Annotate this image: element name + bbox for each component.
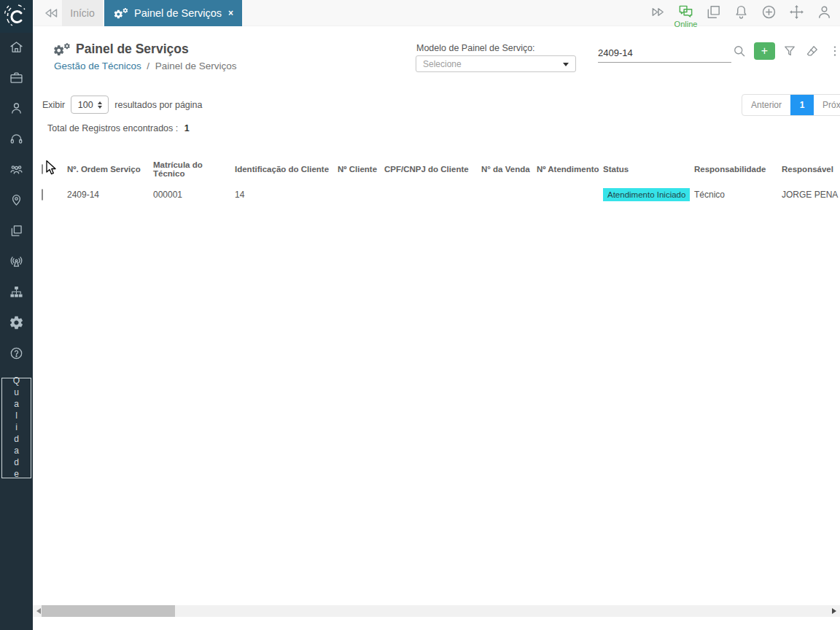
sidebar: Qualidade: [0, 0, 33, 630]
headset-icon[interactable]: [8, 130, 26, 147]
tab-painel-de-servicos[interactable]: Painel de Serviços ×: [104, 0, 242, 26]
col-n-venda[interactable]: N° da Venda: [481, 165, 537, 174]
copy-icon[interactable]: [705, 4, 722, 20]
tab-inicio[interactable]: Início: [62, 0, 103, 26]
col-cpf-cnpj[interactable]: CPF/CNPJ do Cliente: [384, 165, 481, 174]
eraser-icon[interactable]: [804, 43, 820, 59]
search-input[interactable]: [598, 44, 731, 63]
home-icon[interactable]: [8, 38, 26, 55]
briefcase-icon[interactable]: [8, 69, 26, 86]
cell-responsavel: JORGE PENA: [782, 190, 840, 200]
page-header: Painel de Serviços: [52, 42, 189, 57]
app-logo[interactable]: [0, 0, 33, 33]
chat-icon[interactable]: Online: [677, 4, 694, 20]
chevron-down-icon: [563, 63, 569, 66]
user-icon[interactable]: [8, 99, 26, 117]
filter-icon[interactable]: [782, 43, 798, 59]
cell-identificacao-cliente: 14: [235, 190, 338, 200]
user-menu-icon[interactable]: [816, 4, 833, 20]
col-responsabilidade[interactable]: Responsabilidade: [694, 165, 782, 174]
team-icon[interactable]: [8, 160, 26, 178]
col-ordem-servico[interactable]: Nº. Ordem Serviço: [67, 165, 153, 174]
network-icon[interactable]: [8, 283, 26, 300]
pages-icon[interactable]: [8, 222, 26, 239]
col-n-atendimento[interactable]: Nº Atendimento: [537, 165, 603, 174]
breadcrumb-parent-link[interactable]: Gestão de Técnicos: [54, 61, 141, 71]
add-button[interactable]: +: [754, 42, 775, 60]
horizontal-scrollbar[interactable]: [33, 605, 840, 617]
page-size-select[interactable]: 100: [71, 96, 109, 114]
logo-icon: [0, 0, 33, 33]
broadcast-icon[interactable]: [8, 252, 26, 270]
sidebar-tab-qualidade[interactable]: Qualidade: [1, 378, 31, 478]
cell-responsabilidade: Técnico: [694, 190, 782, 200]
scrollbar-thumb[interactable]: [42, 605, 175, 617]
select-all-checkbox[interactable]: [42, 164, 43, 174]
col-identificacao-cliente[interactable]: Identificação do Cliente: [235, 165, 338, 174]
next-page-button[interactable]: Próximo: [814, 95, 840, 115]
col-status[interactable]: Status: [603, 165, 694, 174]
close-tab-icon[interactable]: ×: [228, 8, 233, 18]
search-icon[interactable]: [731, 43, 747, 59]
table-row[interactable]: 2409-14 000001 14 Atendimento Iniciado T…: [33, 185, 840, 204]
page-size-value: 100: [78, 100, 93, 110]
breadcrumb-separator: /: [147, 61, 149, 71]
location-pin-icon[interactable]: [8, 191, 26, 209]
scroll-right-arrow-icon[interactable]: [832, 608, 836, 614]
breadcrumb: Gestão de Técnicos / Painel de Serviços: [54, 61, 236, 71]
page-size-suffix: resultados por página: [114, 100, 202, 110]
sidebar-nav: [0, 38, 33, 362]
cogs-icon: [113, 7, 129, 20]
page-size-row: Exibir 100 resultados por página: [42, 96, 203, 114]
online-status: Online: [674, 20, 698, 28]
topbar: Início Painel de Serviços × Online: [33, 0, 840, 26]
more-vertical-icon[interactable]: [827, 43, 840, 59]
current-page-button[interactable]: 1: [790, 95, 814, 115]
cell-ordem-servico: 2409-14: [67, 190, 153, 200]
bell-icon[interactable]: [733, 4, 750, 20]
settings-icon[interactable]: [8, 314, 26, 331]
col-matricula-tecnico[interactable]: Matrícula do Técnico: [153, 160, 235, 178]
model-select-value: Selecione: [423, 59, 462, 69]
action-icons: +: [731, 42, 840, 60]
table-header: Nº. Ordem Serviço Matrícula do Técnico I…: [33, 160, 840, 176]
help-icon[interactable]: [8, 344, 26, 362]
total-records: Total de Registros encontrados : 1: [47, 123, 190, 133]
topbar-actions: Online: [650, 4, 833, 20]
status-badge: Atendimento Iniciado: [603, 188, 690, 201]
plus-circle-icon[interactable]: [761, 4, 777, 20]
pagination: Anterior 1 Próximo: [742, 94, 840, 116]
cogs-icon: [52, 42, 71, 57]
total-records-label: Total de Registros encontrados :: [47, 123, 178, 133]
move-icon[interactable]: [788, 4, 805, 20]
scroll-left-arrow-icon[interactable]: [36, 608, 41, 614]
prev-page-button[interactable]: Anterior: [742, 95, 790, 115]
tab-label: Painel de Serviços: [134, 7, 222, 19]
model-select-label: Modelo de Painel de Serviço:: [416, 43, 535, 53]
stepper-icon: [98, 101, 102, 109]
page-title: Painel de Serviços: [76, 42, 189, 57]
col-n-cliente[interactable]: Nº Cliente: [338, 165, 384, 174]
col-responsavel[interactable]: Responsável: [782, 165, 840, 174]
model-select[interactable]: Selecione: [416, 55, 576, 72]
total-records-value: 1: [184, 123, 190, 133]
page-size-label: Exibir: [42, 100, 65, 110]
fast-forward-tabs-icon[interactable]: [650, 4, 666, 20]
cell-matricula-tecnico: 000001: [153, 190, 235, 200]
rewind-tabs-icon[interactable]: [42, 4, 61, 22]
row-checkbox[interactable]: [42, 189, 43, 201]
breadcrumb-current: Painel de Serviços: [155, 61, 237, 71]
